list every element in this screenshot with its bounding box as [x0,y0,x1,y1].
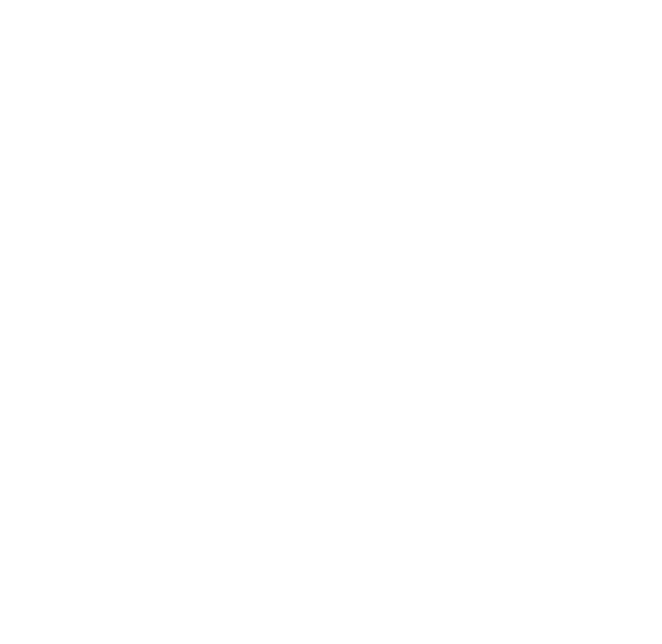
neural-network-diagram [0,0,662,644]
